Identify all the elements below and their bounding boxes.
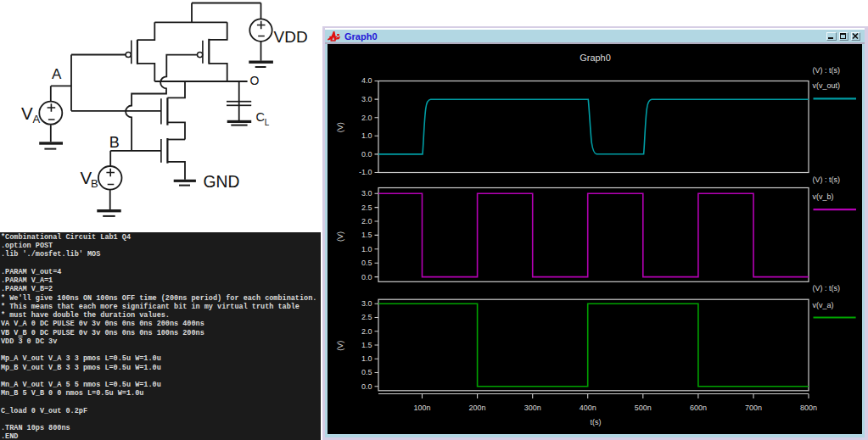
svg-text:300n: 300n — [524, 404, 540, 412]
svg-text:0.0: 0.0 — [361, 150, 372, 159]
svg-text:B: B — [91, 177, 98, 190]
svg-text:A: A — [33, 113, 41, 125]
svg-text:4.0: 4.0 — [361, 77, 372, 86]
svg-text:500n: 500n — [634, 404, 651, 412]
svg-text:1.0: 1.0 — [361, 131, 372, 140]
svg-text:(V) : t(s): (V) : t(s) — [812, 284, 839, 292]
svg-text:0.5: 0.5 — [361, 368, 372, 376]
svg-text:Graph0: Graph0 — [580, 53, 611, 64]
svg-text:(V): (V) — [336, 231, 344, 242]
svg-text:(V): (V) — [336, 341, 344, 351]
svg-text:3.0: 3.0 — [361, 189, 372, 198]
svg-text:1.0: 1.0 — [361, 354, 372, 363]
svg-text:0.0: 0.0 — [361, 273, 372, 281]
svg-text:1.0: 1.0 — [361, 245, 372, 253]
svg-text:0.0: 0.0 — [361, 382, 372, 391]
svg-text:2.0: 2.0 — [361, 114, 372, 122]
svg-text:(V) : t(s): (V) : t(s) — [812, 66, 839, 75]
svg-text:2.0: 2.0 — [361, 217, 372, 226]
svg-text:0.5: 0.5 — [361, 259, 372, 267]
svg-text:O: O — [250, 74, 260, 87]
svg-text:t(s): t(s) — [590, 418, 601, 426]
svg-text:400n: 400n — [579, 404, 596, 412]
svg-text:100n: 100n — [413, 404, 430, 412]
svg-text:200n: 200n — [468, 404, 485, 412]
svg-text:3.0: 3.0 — [361, 299, 372, 308]
svg-text:(V): (V) — [336, 122, 344, 132]
svg-text:1.5: 1.5 — [361, 231, 372, 239]
svg-text:2.5: 2.5 — [361, 313, 372, 321]
svg-text:(V) : t(s): (V) : t(s) — [812, 175, 839, 184]
svg-text:3.0: 3.0 — [361, 95, 372, 103]
svg-text:2.0: 2.0 — [361, 327, 372, 336]
svg-text:VDD: VDD — [274, 28, 308, 46]
svg-text:700n: 700n — [745, 404, 762, 412]
svg-text:v(v_b): v(v_b) — [812, 192, 833, 201]
svg-text:B: B — [109, 134, 120, 151]
svg-text:1.5: 1.5 — [361, 341, 372, 349]
svg-text:-1.0: -1.0 — [359, 169, 372, 177]
svg-text:A: A — [52, 66, 62, 82]
svg-text:800n: 800n — [800, 404, 817, 412]
svg-text:v(v_a): v(v_a) — [812, 301, 833, 309]
svg-text:2.5: 2.5 — [361, 203, 372, 212]
svg-text:600n: 600n — [690, 404, 707, 412]
svg-text:GND: GND — [204, 173, 240, 191]
svg-text:v(v_out): v(v_out) — [812, 82, 839, 91]
svg-text:C: C — [256, 110, 265, 124]
svg-text:L: L — [265, 118, 270, 127]
svg-text:V: V — [21, 103, 33, 123]
